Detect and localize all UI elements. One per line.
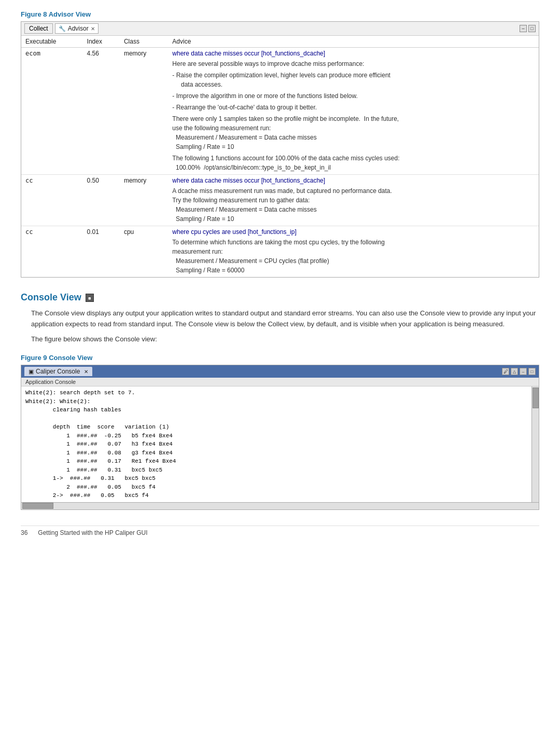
console-line: 1 ###.## -0.25 b5 fxe4 Bxe4 bbox=[25, 432, 535, 440]
advisor-titlebar: Collect 🔧 Advisor ✕ – □ bbox=[21, 22, 539, 36]
console-output: White(2): search depth set to 7.White(2)… bbox=[21, 386, 539, 502]
titlebar-left: Collect 🔧 Advisor ✕ bbox=[24, 23, 99, 34]
console-line: clearing hash tables bbox=[25, 406, 535, 415]
col-index: Index bbox=[83, 36, 120, 48]
console-line: White(2): White(2): bbox=[25, 397, 535, 406]
footer-text: Getting Started with the HP Caliper GUI bbox=[38, 529, 147, 536]
maximize-button[interactable]: □ bbox=[528, 25, 536, 32]
console-maximize[interactable]: □ bbox=[528, 368, 536, 375]
col-advice: Advice bbox=[168, 36, 539, 48]
advice-paragraph: - Improve the algorithm in one or more o… bbox=[172, 91, 535, 101]
console-line: 1 ###.## 0.17 Re1 fxe4 Bxe4 bbox=[25, 457, 535, 466]
console-controls: 🖊 △ – □ bbox=[502, 368, 536, 375]
page-footer: 36 Getting Started with the HP Caliper G… bbox=[21, 526, 539, 536]
col-executable: Executable bbox=[21, 36, 83, 48]
console-section-header: Console View ■ bbox=[21, 292, 539, 303]
console-line: White(2): search depth set to 7. bbox=[25, 389, 535, 397]
advice-paragraph: To determine which functions are taking … bbox=[172, 238, 535, 275]
advisor-tab[interactable]: 🔧 Advisor ✕ bbox=[55, 23, 99, 34]
cell-index: 0.50 bbox=[83, 175, 120, 226]
cell-executable: cc bbox=[21, 175, 83, 226]
advice-paragraph: Here are several possible ways to improv… bbox=[172, 59, 535, 68]
console-window: ▣ Caliper Console ✕ 🖊 △ – □ Application … bbox=[21, 365, 539, 510]
table-row: cc0.50memorywhere data cache misses occu… bbox=[21, 175, 539, 226]
console-section-title: Console View bbox=[21, 292, 81, 303]
advice-link[interactable]: where cpu cycles are used [hot_functions… bbox=[172, 228, 296, 236]
cell-advice: where data cache misses occur [hot_funct… bbox=[168, 48, 539, 175]
console-line: 1 ###.## 0.08 g3 fxe4 Bxe4 bbox=[25, 449, 535, 458]
figure8-title: Figure 8 Advisor View bbox=[21, 10, 539, 18]
cell-class: cpu bbox=[120, 226, 168, 278]
col-class: Class bbox=[120, 36, 168, 48]
window-controls: – □ bbox=[520, 25, 536, 32]
console-minimize[interactable]: – bbox=[520, 368, 527, 375]
collect-button[interactable]: Collect bbox=[24, 23, 53, 34]
console-tab-label: Caliper Console bbox=[36, 368, 80, 375]
console-hscrollbar[interactable] bbox=[21, 502, 539, 509]
advice-paragraph: - Raise the compiler optimization level,… bbox=[172, 71, 535, 89]
cell-advice: where data cache misses occur [hot_funct… bbox=[168, 175, 539, 226]
console-line bbox=[25, 415, 535, 423]
cell-executable: ecom bbox=[21, 48, 83, 175]
page-number: 36 bbox=[21, 529, 27, 536]
cell-executable: cc bbox=[21, 226, 83, 278]
advisor-table: Executable Index Class Advice ecom4.56me… bbox=[21, 36, 539, 277]
advice-paragraph: There were only 1 samples taken so the p… bbox=[172, 114, 535, 151]
console-tab-close[interactable]: ✕ bbox=[84, 369, 88, 375]
advisor-window: Collect 🔧 Advisor ✕ – □ Executable Index… bbox=[21, 21, 539, 278]
minimize-button[interactable]: – bbox=[520, 25, 527, 32]
table-row: ecom4.56memorywhere data cache misses oc… bbox=[21, 48, 539, 175]
cell-class: memory bbox=[120, 175, 168, 226]
scrollbar-thumb[interactable] bbox=[533, 388, 539, 408]
console-line: 1 ###.## 0.07 h3 fxe4 Bxe4 bbox=[25, 440, 535, 449]
advice-paragraph: A dcache miss measurement run was made, … bbox=[172, 186, 535, 224]
table-header-row: Executable Index Class Advice bbox=[21, 36, 539, 48]
cell-class: memory bbox=[120, 48, 168, 175]
console-tab-icon: ▣ bbox=[29, 368, 34, 375]
console-line: 2-> ###.## 0.05 bxc5 f4 bbox=[25, 491, 535, 500]
console-tab[interactable]: ▣ Caliper Console ✕ bbox=[24, 367, 92, 376]
advice-link[interactable]: where data cache misses occur [hot_funct… bbox=[172, 50, 325, 57]
console-line: 1-> ###.## 0.31 bxc5 bxc5 bbox=[25, 474, 535, 483]
figure9-title: Figure 9 Console View bbox=[21, 354, 539, 362]
console-para-1: The Console view displays any output you… bbox=[31, 308, 539, 330]
advice-link[interactable]: where data cache misses occur [hot_funct… bbox=[172, 177, 325, 184]
console-ctrl-1[interactable]: 🖊 bbox=[502, 368, 509, 375]
cell-index: 0.01 bbox=[83, 226, 120, 278]
console-section-icon: ■ bbox=[86, 294, 94, 302]
advisor-tab-close[interactable]: ✕ bbox=[91, 26, 95, 32]
console-section-body: The Console view displays any output you… bbox=[31, 308, 539, 344]
table-row: cc0.01cpuwhere cpu cycles are used [hot_… bbox=[21, 226, 539, 278]
console-para-2: The figure below shows the Console view: bbox=[31, 334, 539, 345]
advisor-icon: 🔧 bbox=[59, 25, 66, 32]
console-scrollbar[interactable] bbox=[531, 386, 539, 502]
advice-paragraph: The following 1 functions account for 10… bbox=[172, 154, 535, 172]
console-titlebar: ▣ Caliper Console ✕ 🖊 △ – □ bbox=[21, 365, 539, 378]
console-content-area: White(2): search depth set to 7.White(2)… bbox=[21, 386, 539, 502]
console-ctrl-2[interactable]: △ bbox=[511, 368, 518, 375]
console-line: 2 ###.## 0.05 bxc5 f4 bbox=[25, 483, 535, 492]
cell-index: 4.56 bbox=[83, 48, 120, 175]
cell-advice: where cpu cycles are used [hot_functions… bbox=[168, 226, 539, 278]
console-line: depth time score variation (1) bbox=[25, 423, 535, 432]
advice-paragraph: - Rearrange the 'out-of-cache' data to g… bbox=[172, 103, 535, 112]
console-line: 1 ###.## 0.31 bxc5 bxc5 bbox=[25, 466, 535, 475]
advisor-tab-label: Advisor bbox=[68, 25, 89, 32]
hscroll-thumb[interactable] bbox=[22, 503, 53, 509]
app-console-bar: Application Console bbox=[21, 378, 539, 386]
